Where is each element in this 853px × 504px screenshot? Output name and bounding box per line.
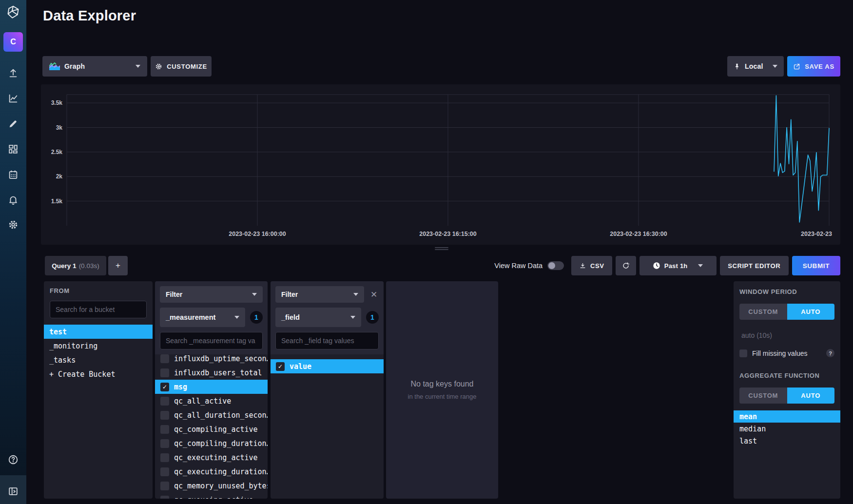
tag-key-dropdown[interactable]: _measurement <box>160 308 245 327</box>
empty-state-title: No tag keys found <box>411 380 474 388</box>
nav-item-help[interactable] <box>0 450 26 469</box>
time-range-label: Past 1h <box>664 262 688 270</box>
aggregate-function-item-label: last <box>739 437 757 446</box>
selected-count-badge: 1 <box>366 311 379 324</box>
aggregate-function-item[interactable]: median <box>734 423 840 435</box>
window-custom-button[interactable]: CUSTOM <box>739 304 787 320</box>
nav-item-tasks[interactable] <box>0 165 26 184</box>
aggregate-function-item[interactable]: last <box>734 435 840 447</box>
nav-item-alerts[interactable] <box>0 190 26 210</box>
unchecked-checkbox[interactable] <box>160 439 169 448</box>
field-list-item-label: value <box>290 362 311 371</box>
nav-item-data-explorer[interactable] <box>0 89 26 108</box>
nav-item-notebooks[interactable] <box>0 114 26 134</box>
unchecked-checkbox[interactable] <box>160 496 169 499</box>
fill-missing-values-label: Fill missing values <box>752 349 808 357</box>
filter-type-dropdown[interactable]: Filter <box>275 286 364 303</box>
filter-type-label: Filter <box>281 291 298 298</box>
measurement-list-item[interactable]: qc_all_active <box>155 394 268 408</box>
measurement-list-item[interactable]: influxdb_users_total <box>155 366 268 380</box>
tag-key-dropdown[interactable]: _field <box>275 308 361 327</box>
aggregate-custom-button[interactable]: CUSTOM <box>739 388 787 404</box>
x-axis-label: 2023-02-23 16:00:00 <box>229 231 286 237</box>
tag-keys-panel: No tag keys found in the current time ra… <box>386 281 498 499</box>
measurement-list-item[interactable]: qc_executing_duration… <box>155 465 268 479</box>
view-type-dropdown[interactable]: Graph <box>42 56 147 77</box>
field-search-input[interactable] <box>275 332 379 349</box>
aggregate-function-item[interactable]: mean <box>734 410 840 423</box>
checked-checkbox[interactable]: ✓ <box>160 383 169 391</box>
script-editor-button[interactable]: SCRIPT EDITOR <box>720 256 789 275</box>
bucket-list-item[interactable]: _monitoring <box>44 339 153 353</box>
nav-bottom-strip <box>0 475 26 504</box>
y-axis-label: 2k <box>56 173 63 180</box>
create-bucket-button[interactable]: + Create Bucket <box>44 367 153 381</box>
chart-line-value <box>774 96 829 222</box>
measurement-list: influxdb_uptime_secon…influxdb_users_tot… <box>155 351 268 499</box>
view-raw-data-label: View Raw Data <box>494 262 543 270</box>
time-zone-dropdown[interactable]: Local <box>727 56 784 77</box>
nav-item-dashboards[interactable] <box>0 139 26 159</box>
csv-download-button[interactable]: CSV <box>571 256 612 275</box>
unchecked-checkbox[interactable] <box>160 425 169 434</box>
measurement-list-item[interactable]: qc_memory_unused_bytes <box>155 479 268 493</box>
unchecked-checkbox[interactable] <box>160 411 169 420</box>
unchecked-checkbox[interactable] <box>160 354 169 363</box>
measurement-list-item-label: qc_all_active <box>174 397 231 406</box>
bucket-list-item-label: _monitoring <box>49 342 97 350</box>
aggregate-auto-button[interactable]: AUTO <box>787 388 835 404</box>
fill-missing-values-checkbox[interactable] <box>739 349 747 357</box>
measurement-list-item[interactable]: ✓msg <box>155 380 268 394</box>
measurement-list-item-label: qc_queueing_active <box>174 496 253 499</box>
measurement-list-item[interactable]: qc_executing_active <box>155 450 268 465</box>
chart-resize-handle[interactable] <box>435 247 448 251</box>
window-period-toggle: CUSTOM AUTO <box>739 304 834 320</box>
data-explorer-screen: C <box>0 0 853 504</box>
measurement-list-item[interactable]: qc_all_duration_secon… <box>155 408 268 422</box>
org-avatar[interactable]: C <box>3 32 23 52</box>
window-auto-button[interactable]: AUTO <box>787 304 835 320</box>
area-graph-icon <box>49 62 60 70</box>
y-axis-label: 3k <box>56 124 63 131</box>
field-list-item[interactable]: ✓value <box>271 359 384 373</box>
unchecked-checkbox[interactable] <box>160 482 169 490</box>
checked-checkbox[interactable]: ✓ <box>276 362 285 371</box>
refresh-button[interactable] <box>616 256 636 275</box>
bucket-list-item[interactable]: _tasks <box>44 353 153 367</box>
bucket-list-item[interactable]: test <box>44 325 153 339</box>
y-axis-label: 3.5k <box>51 99 63 106</box>
bucket-list-item-label: test <box>49 328 67 336</box>
remove-filter-button[interactable]: ✕ <box>369 290 379 299</box>
unchecked-checkbox[interactable] <box>160 467 169 476</box>
from-bucket-panel: FROM test_monitoring_tasks+ Create Bucke… <box>44 281 153 499</box>
refresh-icon <box>622 262 630 270</box>
measurement-list-item-label: qc_compiling_duration… <box>174 439 268 448</box>
chevron-down-icon <box>698 264 703 267</box>
aggregate-function-list: meanmedianlast <box>734 410 840 447</box>
expand-sidebar-button[interactable] <box>0 482 26 501</box>
measurement-list-item-label: msg <box>174 383 187 391</box>
bucket-search-input[interactable] <box>50 301 147 318</box>
nav-item-settings[interactable] <box>0 215 26 234</box>
gear-icon <box>8 219 19 230</box>
help-icon <box>8 454 19 465</box>
nav-item-load-data[interactable] <box>0 63 26 83</box>
filter-type-dropdown[interactable]: Filter <box>160 286 263 303</box>
query-tab[interactable]: Query 1 (0.03s) <box>45 256 106 275</box>
customize-button[interactable]: CUSTOMIZE <box>151 56 212 77</box>
unchecked-checkbox[interactable] <box>160 368 169 377</box>
unchecked-checkbox[interactable] <box>160 397 169 406</box>
measurement-list-item[interactable]: qc_compiling_active <box>155 422 268 436</box>
measurement-list-item[interactable]: qc_queueing_active <box>155 493 268 499</box>
question-mark-icon[interactable]: ? <box>826 349 834 357</box>
measurement-search-input[interactable] <box>160 332 263 349</box>
unchecked-checkbox[interactable] <box>160 453 169 462</box>
y-axis-label: 2.5k <box>51 149 63 155</box>
time-range-dropdown[interactable]: Past 1h <box>640 256 717 275</box>
measurement-list-item[interactable]: qc_compiling_duration… <box>155 436 268 450</box>
measurement-list-item[interactable]: influxdb_uptime_secon… <box>155 351 268 366</box>
submit-button[interactable]: SUBMIT <box>792 256 840 275</box>
save-as-button[interactable]: SAVE AS <box>787 56 840 77</box>
add-query-button[interactable]: + <box>108 256 128 275</box>
view-raw-data-toggle[interactable] <box>547 261 564 270</box>
